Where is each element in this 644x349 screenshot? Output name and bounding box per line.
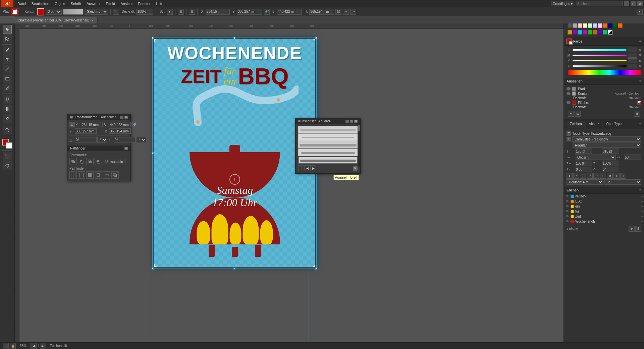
font-name-select[interactable]: Carnivalee Freakshow [572,136,641,142]
maximize-button[interactable]: □ [631,1,636,6]
stroke-size-select[interactable]: 3 pt [46,9,62,15]
aquarell-expand-btn[interactable]: □ [350,120,353,123]
pencil-tool[interactable] [3,83,12,92]
aussehen-kontur-swatch[interactable] [572,92,576,96]
transform-icon[interactable]: ⇔ [343,9,349,15]
aussehen-flaeche-icon[interactable] [637,101,641,105]
more-icon[interactable]: ⋯ [350,9,356,15]
constrain-icon[interactable]: ⛓ [335,9,341,15]
brush-swatch-2[interactable] [298,133,358,141]
pf-intersect[interactable] [86,158,94,165]
aussehen-fx-btn[interactable]: fx [575,111,581,117]
next-page-btn[interactable]: ▶ [40,343,46,349]
x-input[interactable] [206,9,230,15]
swatch-lightpurple[interactable] [598,23,602,28]
ebenen-lock-bbq[interactable]: ○ [641,200,643,203]
tab-zeichen[interactable]: Zeichen [567,121,586,127]
transform-rot-input[interactable] [75,137,97,142]
swatch-darkgreen[interactable] [613,23,618,28]
ebenen-lock-ein[interactable]: ○ [641,205,643,208]
channel-k-input[interactable] [628,64,637,68]
aussehen-flaeche-swatch[interactable] [572,101,576,105]
swatch-orange2[interactable] [618,23,623,28]
swatch-violet[interactable] [573,30,577,35]
pf-divide[interactable] [69,171,77,179]
ebenen-item-pfad[interactable]: 👁 <Pfad> ○ [564,194,644,199]
swatch-darkorange[interactable] [603,23,607,28]
ebenen-panel-header[interactable]: Ebenen ≡ [564,187,644,194]
panel-toggle-icon[interactable]: ▸ [637,9,643,15]
line-tool[interactable] [3,65,12,73]
link-icon[interactable]: 🔗 [264,9,270,15]
swatch-darkblue[interactable] [608,23,612,28]
transform-y-input[interactable] [75,128,97,134]
swatch-darkgray[interactable] [568,23,572,28]
canvas-area[interactable]: WOCHENENDE ZEIT für ein BBQ [20,29,564,342]
kerning-select[interactable]: Optisch [575,155,616,160]
menu-fenster[interactable]: Fenster [135,1,153,6]
channel-m-slider[interactable] [573,55,627,56]
umwandeln-button[interactable]: Umwandeln [103,158,125,165]
subscript-button[interactable]: Tx [593,173,599,179]
artboard[interactable]: WOCHENENDE ZEIT für ein BBQ [154,39,315,267]
swatch-emerald[interactable] [603,30,607,35]
swatch-lightyellow[interactable] [583,23,587,28]
channel-m-input[interactable] [628,53,637,58]
sel-handle-bc[interactable] [233,268,235,270]
fill-swatch[interactable] [11,8,18,15]
height-input[interactable] [309,9,334,15]
ebenen-item-fuer[interactable]: 👁 für ○ [564,209,644,214]
ebenen-eye-zeit[interactable]: 👁 [565,215,569,218]
aussehen-kontur-eye[interactable] [567,92,571,95]
brush-swatch-4[interactable] [298,149,358,156]
sel-handle-tr[interactable] [315,37,317,39]
transform-link-icon[interactable]: 🔗 [131,122,137,127]
aquarell-close2-btn[interactable]: ✕ [353,166,358,171]
aquarell-collapse-btn[interactable]: ─ [345,120,349,123]
baseline-input[interactable] [575,167,592,172]
transform-close-btn[interactable]: ✕ [124,116,128,119]
y-input[interactable] [237,9,262,15]
zoom-tool[interactable] [3,126,12,134]
superscript-button[interactable]: Tx [587,173,593,179]
status-lock-btn[interactable]: 🔒 [10,343,16,349]
eyedropper-tool[interactable] [3,114,12,123]
aussehen-panel-header[interactable]: Aussehen ≡ [564,78,644,85]
ebenen-item-zeit[interactable]: 👁 Zeit ○ [564,214,644,219]
select-tool[interactable] [3,25,12,34]
ebenen-delete-btn[interactable]: 🗑 [635,226,641,232]
ebenen-menu[interactable]: ≡ [639,188,641,192]
grid-icon[interactable]: ⊞ [178,9,184,15]
bold-button[interactable]: T [567,173,573,179]
minimize-button[interactable]: ─ [624,1,629,6]
aussehen-menu[interactable]: ≡ [639,79,641,83]
swatch-lightgray[interactable] [573,23,577,28]
aussehen-deckraft-value[interactable]: Standard [629,97,641,100]
ebenen-lock-zeit[interactable]: ○ [641,215,643,218]
stroke-tool-swatch[interactable] [6,142,12,149]
menu-objekt[interactable]: Objekt [52,1,68,6]
rect-tool[interactable] [3,74,12,83]
scale-h-input[interactable] [575,161,592,166]
ebenen-layer-btn[interactable]: ⊕ [629,226,635,232]
allcaps-button[interactable]: TT [600,173,606,179]
tab-ausrichten[interactable]: Ausrichten [101,115,116,119]
swatch-lightgreen[interactable] [588,23,592,28]
transform-x-input[interactable] [81,122,103,127]
menu-effekt[interactable]: Effekt [103,1,118,6]
aussehen-delete-btn[interactable]: 🗑 [634,111,640,117]
transform-panel-header[interactable]: ⊞ Transformieren Ausrichten ─ ✕ [67,114,130,120]
regular-button[interactable]: T [580,173,586,179]
gradient-tool[interactable] [3,105,12,113]
swatch-lightred[interactable] [578,23,582,28]
workspace-selector[interactable]: Grundlagen ▾ [551,1,574,6]
tracking-input[interactable] [624,155,641,160]
stil-dropdown[interactable]: ▾ [167,9,173,15]
aquarell-scrollbar[interactable] [358,124,360,167]
status-artboard-btn[interactable]: ⬛ [3,343,9,349]
file-tab-close[interactable]: ✕ [91,19,94,22]
swatch-gold[interactable] [568,30,572,35]
aquarell-close-btn[interactable]: ✕ [354,120,358,123]
ebenen-lock-pfad[interactable]: ○ [641,195,643,198]
strikethrough-button[interactable]: T [620,173,626,179]
